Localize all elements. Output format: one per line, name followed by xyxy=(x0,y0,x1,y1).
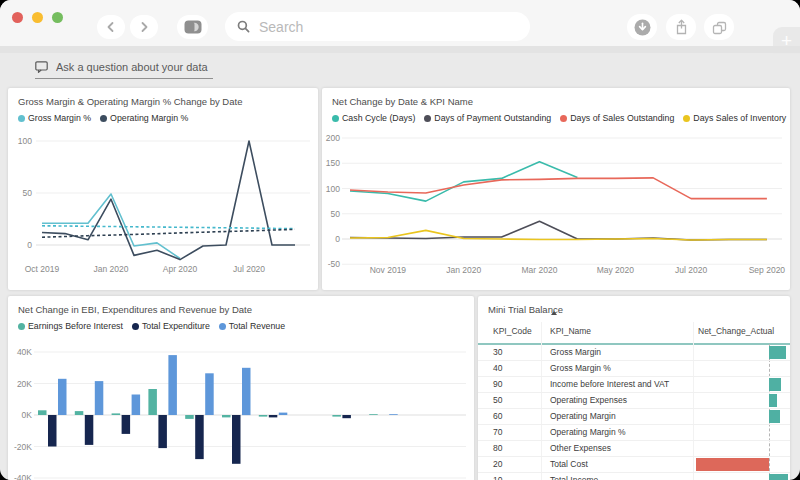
y-axis-label: 40K xyxy=(17,347,32,357)
x-axis-label: Sep 2020 xyxy=(749,265,786,275)
table-header: KPI_Code KPI_Name Net_Change_Actual xyxy=(478,322,790,345)
y-axis-label: 50 xyxy=(23,188,33,198)
kpi-code-cell: 90 xyxy=(493,379,502,389)
qna-bar[interactable] xyxy=(35,60,213,79)
legend-item[interactable]: Operating Margin % xyxy=(100,113,188,123)
table-row[interactable]: 50Operating Expenses xyxy=(478,393,790,409)
card-margin-chart: Gross Margin & Operating Margin % Change… xyxy=(8,88,318,290)
legend-item[interactable]: Days Sales of Inventory xyxy=(683,113,786,123)
legend-item[interactable]: Gross Margin % xyxy=(18,113,91,123)
search-icon xyxy=(237,20,250,33)
qna-input[interactable] xyxy=(54,60,213,74)
card-kpi-chart: Net Change by Date & KPI Name Cash Cycle… xyxy=(322,88,790,290)
y-axis-label: -50 xyxy=(328,259,341,269)
bar xyxy=(58,379,67,415)
address-search-field[interactable] xyxy=(225,12,530,41)
y-axis-label: 100 xyxy=(326,184,340,194)
bar xyxy=(75,411,84,415)
close-window-button[interactable] xyxy=(12,12,23,23)
column-header-kpi-code[interactable]: KPI_Code xyxy=(493,326,532,336)
kpi-name-cell: Income before Interest and VAT xyxy=(550,379,669,389)
table-row[interactable]: 20Total Cost xyxy=(478,457,790,473)
legend-label: Total Revenue xyxy=(229,321,285,331)
y-axis-label: -40K xyxy=(14,473,32,480)
share-icon xyxy=(674,19,689,35)
bar xyxy=(122,415,131,434)
chevron-right-icon xyxy=(138,21,150,33)
forward-button[interactable] xyxy=(130,15,158,39)
bar xyxy=(48,415,57,447)
table-row[interactable]: 90Income before Interest and VAT xyxy=(478,377,790,393)
browser-toolbar: + xyxy=(0,0,800,46)
kpi-chart-plot: 200150100500-50Nov 2019Jan 2020Mar 2020M… xyxy=(322,128,790,290)
legend-label: Total Expenditure xyxy=(142,321,210,331)
tabs-icon xyxy=(712,20,727,35)
bar xyxy=(389,414,398,415)
bar xyxy=(95,381,104,415)
legend-dot-icon xyxy=(132,323,139,330)
back-button[interactable] xyxy=(97,15,125,39)
column-header-kpi-name[interactable]: KPI_Name xyxy=(550,326,591,336)
downloads-button[interactable] xyxy=(627,14,657,40)
legend-dot-icon xyxy=(424,115,431,122)
legend-item[interactable]: Total Expenditure xyxy=(132,321,210,331)
legend-item[interactable]: Earnings Before Interest xyxy=(18,321,123,331)
kpi-name-cell: Operating Expenses xyxy=(550,395,627,405)
net-change-databar xyxy=(769,410,780,423)
legend-item[interactable]: Days of Payment Outstanding xyxy=(424,113,551,123)
table-row[interactable]: 10Total Income xyxy=(478,473,790,480)
card-ebi-chart: Net Change in EBI, Expenditures and Reve… xyxy=(8,296,474,480)
series-line xyxy=(350,221,767,240)
bar xyxy=(222,415,231,417)
series-line xyxy=(42,226,295,229)
minimize-window-button[interactable] xyxy=(32,12,43,23)
bar xyxy=(185,415,194,419)
table-row[interactable]: 40Gross Margin % xyxy=(478,361,790,377)
legend-dot-icon xyxy=(100,115,107,122)
kpi-name-cell: Other Expenses xyxy=(550,443,611,453)
chart-title: Net Change in EBI, Expenditures and Reve… xyxy=(18,304,252,315)
y-axis-label: 0 xyxy=(335,234,340,244)
x-axis-label: Oct 2019 xyxy=(25,264,60,274)
x-axis-label: Nov 2019 xyxy=(370,265,407,275)
sidebar-toggle-button[interactable] xyxy=(177,15,208,39)
chart-legend: Cash Cycle (Days)Days of Payment Outstan… xyxy=(332,113,786,123)
column-header-net-change[interactable]: Net_Change_Actual xyxy=(698,326,774,336)
table-row[interactable]: 60Operating Margin xyxy=(478,409,790,425)
bar xyxy=(259,415,268,417)
bar xyxy=(112,413,121,415)
bar xyxy=(148,389,157,415)
net-change-databar xyxy=(769,346,786,359)
x-axis-label: Jan 2020 xyxy=(94,264,129,274)
table-row[interactable]: 80Other Expenses xyxy=(478,441,790,457)
kpi-name-cell: Total Income xyxy=(550,475,598,480)
kpi-name-cell: Total Cost xyxy=(550,459,588,469)
kpi-code-cell: 40 xyxy=(493,363,502,373)
legend-label: Days Sales of Inventory xyxy=(693,113,786,123)
series-line xyxy=(42,141,295,260)
sort-ascending-icon xyxy=(551,311,557,315)
share-button[interactable] xyxy=(666,14,696,40)
series-line xyxy=(350,162,577,201)
y-axis-label: 100 xyxy=(18,136,32,146)
legend-item[interactable]: Cash Cycle (Days) xyxy=(332,113,415,123)
net-change-databar xyxy=(769,394,777,407)
chart-legend: Gross Margin %Operating Margin % xyxy=(18,113,188,123)
legend-item[interactable]: Total Revenue xyxy=(219,321,285,331)
table-row[interactable]: 70Operating Margin % xyxy=(478,425,790,441)
download-icon xyxy=(634,19,651,36)
chat-bubble-icon xyxy=(35,61,48,73)
net-change-databar xyxy=(769,378,781,391)
kpi-code-cell: 70 xyxy=(493,427,502,437)
search-input[interactable] xyxy=(257,18,491,36)
kpi-code-cell: 80 xyxy=(493,443,502,453)
legend-item[interactable]: Days of Sales Outstanding xyxy=(560,113,674,123)
tab-overview-button[interactable] xyxy=(704,14,734,40)
legend-label: Cash Cycle (Days) xyxy=(342,113,415,123)
zoom-window-button[interactable] xyxy=(52,12,63,23)
legend-dot-icon xyxy=(560,115,567,122)
table-body: 30Gross Margin40Gross Margin %90Income b… xyxy=(478,345,790,480)
chart-legend: Earnings Before InterestTotal Expenditur… xyxy=(18,321,285,331)
table-row[interactable]: 30Gross Margin xyxy=(478,345,790,361)
legend-dot-icon xyxy=(332,115,339,122)
